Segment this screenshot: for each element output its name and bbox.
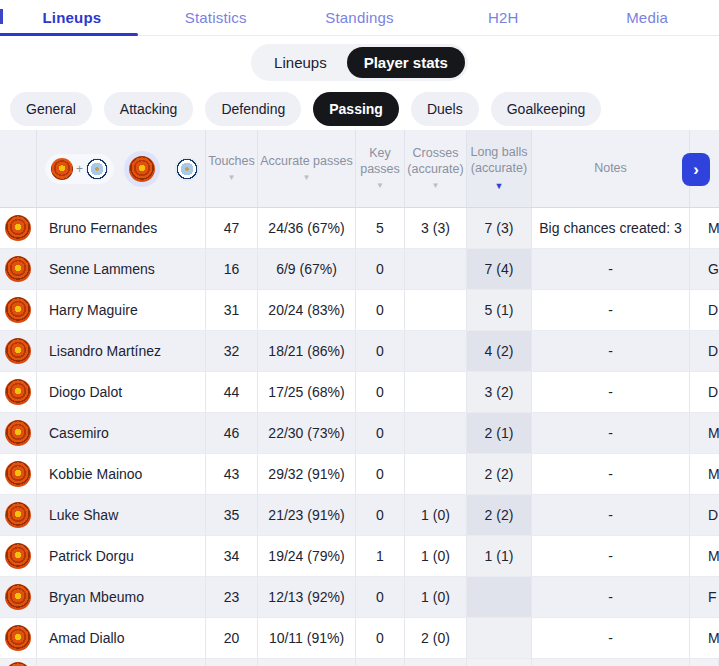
cell-accurate-passes: 20/24 (83%): [258, 290, 356, 330]
toggle-option-player-stats[interactable]: Player stats: [347, 47, 465, 78]
notes-column-header: Notes: [532, 130, 690, 207]
table-row-partial[interactable]: [0, 659, 719, 666]
man-utd-crest-icon: [51, 158, 73, 180]
team-crest-cell: [0, 413, 37, 453]
column-header-touches[interactable]: Touches▼: [206, 130, 258, 207]
table-row-amad-diallo[interactable]: Amad Diallo2010/11 (91%)02 (0)-M: [0, 618, 719, 659]
both-teams-filter-button[interactable]: +: [45, 154, 114, 184]
cell-notes: -: [532, 413, 690, 453]
empty-cell: [356, 659, 405, 666]
man-utd-crest-icon: [5, 543, 31, 569]
man-utd-crest-icon: [5, 338, 31, 364]
stat-category-pills: GeneralAttackingDefendingPassingDuelsGoa…: [0, 88, 719, 130]
empty-cell: [532, 659, 690, 666]
chevron-right-icon: ›: [693, 160, 699, 180]
cell-notes: Big chances created: 3: [532, 208, 690, 248]
column-header-long-balls[interactable]: Long balls (accurate)▼: [467, 130, 532, 207]
man-utd-crest-icon: [5, 625, 31, 651]
cell-accurate-passes: 29/32 (91%): [258, 454, 356, 494]
man-city-filter-button[interactable]: [170, 151, 205, 187]
tab-statistics[interactable]: Statistics: [144, 0, 288, 35]
man-city-crest-icon: [175, 157, 199, 181]
cell-accurate-passes: 19/24 (79%): [258, 536, 356, 576]
cell-notes: -: [532, 290, 690, 330]
table-row-patrick-dorgu[interactable]: Patrick Dorgu3419/24 (79%)11 (0)1 (1)-M: [0, 536, 719, 577]
man-utd-crest-icon: [5, 584, 31, 610]
column-header-accurate-passes[interactable]: Accurate passes▼: [258, 130, 356, 207]
cell-crosses: [405, 372, 467, 412]
player-stats-table-header: + Touches▼Accurate passes▼Key passes▼Cro…: [0, 130, 719, 208]
team-crest-cell: [0, 208, 37, 248]
cell-position-cutoff: M: [690, 413, 719, 453]
empty-cell: [258, 659, 356, 666]
cell-position-cutoff: D: [690, 290, 719, 330]
cell-touches: 23: [206, 577, 258, 617]
empty-cell: [467, 659, 532, 666]
category-pill-defending[interactable]: Defending: [205, 92, 301, 126]
cell-crosses: [405, 290, 467, 330]
table-row-senne-lammens[interactable]: Senne Lammens166/9 (67%)07 (4)-G: [0, 249, 719, 290]
cell-notes: -: [532, 495, 690, 535]
cell-notes: -: [532, 454, 690, 494]
team-crest-cell: [0, 618, 37, 658]
category-pill-goalkeeping[interactable]: Goalkeeping: [491, 92, 602, 126]
tab-lineups[interactable]: Lineups: [0, 0, 144, 35]
cell-long-balls: 7 (3): [467, 208, 532, 248]
table-row-casemiro[interactable]: Casemiro4622/30 (73%)02 (1)-M: [0, 413, 719, 454]
table-row-bryan-mbeumo[interactable]: Bryan Mbeumo2312/13 (92%)01 (0)-F: [0, 577, 719, 618]
category-pill-duels[interactable]: Duels: [411, 92, 479, 126]
category-pill-attacking[interactable]: Attacking: [104, 92, 194, 126]
cell-crosses: [405, 413, 467, 453]
table-row-luke-shaw[interactable]: Luke Shaw3521/23 (91%)01 (0)2 (2)-D: [0, 495, 719, 536]
table-row-lisandro-martínez[interactable]: Lisandro Martínez3218/21 (86%)04 (2)-D: [0, 331, 719, 372]
table-row-bruno-fernandes[interactable]: Bruno Fernandes4724/36 (67%)53 (3)7 (3)B…: [0, 208, 719, 249]
cell-key-passes: 0: [356, 618, 405, 658]
sort-arrow-icon: ▼: [432, 181, 440, 191]
cell-position-cutoff: M: [690, 536, 719, 576]
cell-key-passes: 0: [356, 577, 405, 617]
cell-crosses: [405, 249, 467, 289]
plus-icon: +: [76, 162, 83, 176]
cell-touches: 34: [206, 536, 258, 576]
cell-long-balls: 2 (1): [467, 413, 532, 453]
tab-media[interactable]: Media: [575, 0, 719, 35]
column-header-key-passes[interactable]: Key passes▼: [356, 130, 405, 207]
table-row-kobbie-mainoo[interactable]: Kobbie Mainoo4329/32 (91%)02 (2)-M: [0, 454, 719, 495]
cell-position-cutoff: F: [690, 577, 719, 617]
cell-long-balls: [467, 618, 532, 658]
man-utd-crest-icon: [5, 297, 31, 323]
cell-position-cutoff: G: [690, 249, 719, 289]
next-columns-button[interactable]: ›: [682, 153, 710, 186]
tab-h2h[interactable]: H2H: [431, 0, 575, 35]
cell-touches: 43: [206, 454, 258, 494]
cell-crosses: [405, 331, 467, 371]
team-crest-cell: [0, 249, 37, 289]
view-toggle-section: LineupsPlayer stats: [0, 36, 719, 88]
cell-crosses: 1 (0): [405, 577, 467, 617]
cell-crosses: [405, 454, 467, 494]
sort-arrow-icon: ▼: [228, 173, 236, 183]
man-utd-filter-button[interactable]: [124, 151, 159, 187]
table-row-diogo-dalot[interactable]: Diogo Dalot4417/25 (68%)03 (2)-D: [0, 372, 719, 413]
cell-key-passes: 0: [356, 290, 405, 330]
man-utd-crest-icon: [5, 420, 31, 446]
category-pill-general[interactable]: General: [10, 92, 92, 126]
cell-crosses: 1 (0): [405, 536, 467, 576]
table-row-harry-maguire[interactable]: Harry Maguire3120/24 (83%)05 (1)-D: [0, 290, 719, 331]
crest-column-header: [0, 130, 37, 207]
team-filter: +: [37, 130, 206, 207]
toggle-option-lineups[interactable]: Lineups: [254, 47, 347, 78]
column-header-crosses[interactable]: Crosses (accurate)▼: [405, 130, 467, 207]
cell-notes: -: [532, 618, 690, 658]
cell-long-balls: 4 (2): [467, 331, 532, 371]
cell-accurate-passes: 12/13 (92%): [258, 577, 356, 617]
player-name: Diogo Dalot: [37, 372, 206, 412]
category-pill-passing[interactable]: Passing: [313, 92, 399, 126]
tab-standings[interactable]: Standings: [288, 0, 432, 35]
player-name: Bruno Fernandes: [37, 208, 206, 248]
player-name: Patrick Dorgu: [37, 536, 206, 576]
cell-accurate-passes: 21/23 (91%): [258, 495, 356, 535]
cell-long-balls: 1 (1): [467, 536, 532, 576]
man-utd-crest-icon: [5, 662, 31, 666]
man-utd-crest-icon: [5, 256, 31, 282]
